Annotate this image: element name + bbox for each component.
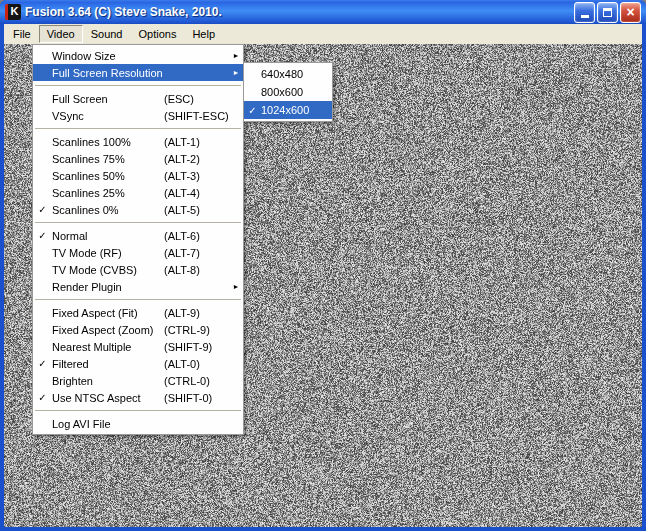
video-menu-item-filtered[interactable]: ✓Filtered(ALT-0) bbox=[33, 355, 243, 372]
menu-item-label: Fixed Aspect (Zoom) bbox=[52, 324, 164, 336]
video-menu-item-log-avi-file[interactable]: Log AVI File bbox=[33, 415, 243, 432]
video-menu-item-scanlines-0[interactable]: ✓Scanlines 0%(ALT-5) bbox=[33, 201, 243, 218]
fullscreen-resolution-submenu: 640x480800x600✓1024x600 bbox=[243, 62, 333, 122]
app-window: K Fusion 3.64 (C) Steve Snake, 2010. × F… bbox=[0, 0, 646, 531]
menu-item-shortcut: (ALT-1) bbox=[164, 136, 229, 148]
menu-item-shortcut: (SHIFT-ESC) bbox=[164, 110, 229, 122]
menu-item-label: Scanlines 100% bbox=[52, 136, 164, 148]
menu-item-label: Nearest Multiple bbox=[52, 341, 164, 353]
menu-item-shortcut: (ALT-6) bbox=[164, 230, 229, 242]
menu-item-label: Use NTSC Aspect bbox=[52, 392, 164, 404]
submenu-item-640x480[interactable]: 640x480 bbox=[244, 65, 332, 83]
titlebar[interactable]: K Fusion 3.64 (C) Steve Snake, 2010. × bbox=[0, 0, 646, 24]
menu-item-label: Normal bbox=[52, 230, 164, 242]
video-menu-item-tv-mode-rf[interactable]: TV Mode (RF)(ALT-7) bbox=[33, 244, 243, 261]
menubar-item-sound[interactable]: Sound bbox=[83, 25, 131, 43]
menu-item-label: Scanlines 50% bbox=[52, 170, 164, 182]
menu-item-label: Filtered bbox=[52, 358, 164, 370]
menubar-item-options[interactable]: Options bbox=[130, 25, 184, 43]
menu-item-shortcut: (ALT-0) bbox=[164, 358, 229, 370]
menu-item-label: Full Screen Resolution bbox=[52, 67, 164, 79]
menu-item-label: Scanlines 0% bbox=[52, 204, 164, 216]
menu-item-shortcut: (SHIFT-9) bbox=[164, 341, 229, 353]
menu-item-shortcut: (ALT-2) bbox=[164, 153, 229, 165]
video-menu-item-tv-mode-cvbs[interactable]: TV Mode (CVBS)(ALT-8) bbox=[33, 261, 243, 278]
check-icon: ✓ bbox=[33, 355, 52, 372]
menu-item-label: 640x480 bbox=[261, 68, 332, 80]
video-menu-item-scanlines-25[interactable]: Scanlines 25%(ALT-4) bbox=[33, 184, 243, 201]
video-menu-item-full-screen[interactable]: Full Screen(ESC) bbox=[33, 90, 243, 107]
close-button[interactable]: × bbox=[620, 2, 641, 23]
submenu-item-800x600[interactable]: 800x600 bbox=[244, 83, 332, 101]
menu-separator bbox=[35, 410, 241, 411]
check-icon: ✓ bbox=[244, 102, 261, 119]
menu-item-label: TV Mode (CVBS) bbox=[52, 264, 164, 276]
menu-separator bbox=[35, 128, 241, 129]
menu-item-shortcut: (SHIFT-0) bbox=[164, 392, 229, 404]
menu-separator bbox=[35, 222, 241, 223]
menu-separator bbox=[35, 85, 241, 86]
menu-item-label: 800x600 bbox=[261, 86, 332, 98]
menu-item-shortcut: (ALT-7) bbox=[164, 247, 229, 259]
video-menu-item-nearest-multiple[interactable]: Nearest Multiple(SHIFT-9) bbox=[33, 338, 243, 355]
close-icon: × bbox=[626, 5, 634, 19]
window-controls: × bbox=[574, 2, 641, 23]
video-menu-item-window-size[interactable]: Window Size► bbox=[33, 47, 243, 64]
menu-item-shortcut: (CTRL-0) bbox=[164, 375, 229, 387]
window-title: Fusion 3.64 (C) Steve Snake, 2010. bbox=[25, 5, 574, 19]
menu-item-label: Render Plugin bbox=[52, 281, 164, 293]
video-menu: Window Size►Full Screen Resolution►Full … bbox=[32, 44, 244, 435]
video-menu-item-brighten[interactable]: Brighten(CTRL-0) bbox=[33, 372, 243, 389]
maximize-button[interactable] bbox=[597, 2, 618, 23]
menu-separator bbox=[35, 299, 241, 300]
video-menu-item-use-ntsc-aspect[interactable]: ✓Use NTSC Aspect(SHIFT-0) bbox=[33, 389, 243, 406]
menu-item-label: Fixed Aspect (Fit) bbox=[52, 307, 164, 319]
menu-item-label: Full Screen bbox=[52, 93, 164, 105]
submenu-item-1024x600[interactable]: ✓1024x600 bbox=[244, 101, 332, 119]
menubar: FileVideoSoundOptionsHelp bbox=[4, 24, 642, 44]
menu-item-label: Log AVI File bbox=[52, 418, 164, 430]
minimize-icon bbox=[581, 15, 589, 18]
menu-item-shortcut: (ALT-4) bbox=[164, 187, 229, 199]
video-menu-item-fixed-aspect-fit[interactable]: Fixed Aspect (Fit)(ALT-9) bbox=[33, 304, 243, 321]
video-menu-item-full-screen-resolution[interactable]: Full Screen Resolution► bbox=[33, 64, 243, 81]
video-menu-item-scanlines-75[interactable]: Scanlines 75%(ALT-2) bbox=[33, 150, 243, 167]
check-icon: ✓ bbox=[33, 227, 52, 244]
video-menu-item-render-plugin[interactable]: Render Plugin► bbox=[33, 278, 243, 295]
app-icon[interactable]: K bbox=[5, 4, 21, 20]
submenu-arrow-icon: ► bbox=[229, 64, 243, 81]
menubar-item-help[interactable]: Help bbox=[184, 25, 223, 43]
check-icon: ✓ bbox=[33, 389, 52, 406]
menu-item-label: Brighten bbox=[52, 375, 164, 387]
minimize-button[interactable] bbox=[574, 2, 595, 23]
menu-item-label: Window Size bbox=[52, 50, 164, 62]
menubar-item-file[interactable]: File bbox=[5, 25, 39, 43]
menu-item-label: 1024x600 bbox=[261, 104, 332, 116]
menu-item-label: VSync bbox=[52, 110, 164, 122]
menu-item-label: Scanlines 75% bbox=[52, 153, 164, 165]
video-menu-item-scanlines-50[interactable]: Scanlines 50%(ALT-3) bbox=[33, 167, 243, 184]
menu-item-shortcut: (CTRL-9) bbox=[164, 324, 229, 336]
video-menu-item-scanlines-100[interactable]: Scanlines 100%(ALT-1) bbox=[33, 133, 243, 150]
menu-item-shortcut: (ALT-8) bbox=[164, 264, 229, 276]
check-icon: ✓ bbox=[33, 201, 52, 218]
menu-item-shortcut: (ALT-9) bbox=[164, 307, 229, 319]
menu-item-label: TV Mode (RF) bbox=[52, 247, 164, 259]
maximize-icon bbox=[603, 8, 612, 17]
video-menu-item-normal[interactable]: ✓Normal(ALT-6) bbox=[33, 227, 243, 244]
menubar-item-video[interactable]: Video bbox=[39, 25, 83, 43]
video-menu-item-fixed-aspect-zoom[interactable]: Fixed Aspect (Zoom)(CTRL-9) bbox=[33, 321, 243, 338]
submenu-arrow-icon: ► bbox=[229, 278, 243, 295]
menu-item-shortcut: (ALT-3) bbox=[164, 170, 229, 182]
video-menu-item-vsync[interactable]: VSync(SHIFT-ESC) bbox=[33, 107, 243, 124]
menu-item-shortcut: (ESC) bbox=[164, 93, 229, 105]
submenu-arrow-icon: ► bbox=[229, 47, 243, 64]
menu-item-shortcut: (ALT-5) bbox=[164, 204, 229, 216]
menu-item-label: Scanlines 25% bbox=[52, 187, 164, 199]
